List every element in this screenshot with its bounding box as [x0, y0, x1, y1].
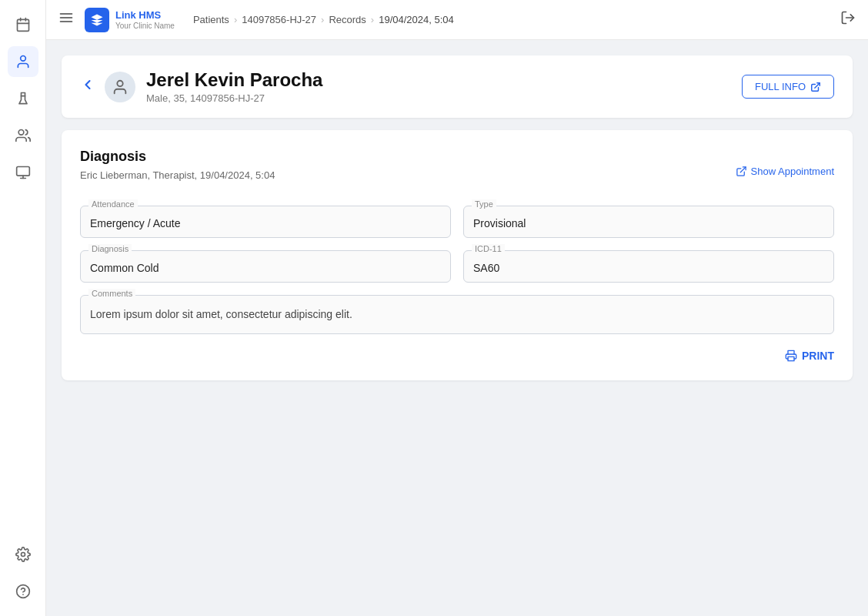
diagnosis-icd-row: Diagnosis Common Cold ICD-11 SA60 [80, 250, 834, 283]
icd-value: SA60 [473, 262, 824, 274]
sidebar-item-settings[interactable] [8, 539, 38, 570]
type-field: Type Provisional [463, 206, 834, 238]
clinic-name: Your Clinic Name [115, 22, 175, 30]
main-area: Link HMS Your Clinic Name Patients › 140… [46, 0, 868, 616]
sidebar-item-groups[interactable] [8, 120, 38, 151]
svg-rect-20 [788, 357, 794, 360]
logo-icon [85, 8, 109, 32]
menu-icon[interactable] [58, 10, 74, 29]
icd-label: ICD-11 [472, 244, 505, 253]
type-label: Type [472, 199, 496, 209]
logout-icon[interactable] [840, 10, 856, 29]
breadcrumb-sep-1: › [234, 14, 237, 25]
patient-name: Jerel Kevin Parocha [146, 69, 742, 91]
breadcrumb-sep-3: › [371, 14, 374, 25]
svg-line-19 [740, 166, 746, 172]
print-label: PRINT [802, 350, 834, 362]
topbar: Link HMS Your Clinic Name Patients › 140… [46, 0, 868, 40]
patient-info: Jerel Kevin Parocha Male, 35, 14097856-H… [146, 69, 742, 104]
type-value: Provisional [473, 217, 824, 229]
logo-text: Link HMS Your Clinic Name [115, 9, 175, 30]
breadcrumb: Patients › 14097856-HJ-27 › Records › 19… [193, 14, 454, 25]
sidebar [0, 0, 46, 616]
attendance-value: Emergency / Acute [90, 217, 441, 229]
breadcrumb-sep-2: › [321, 14, 324, 25]
patient-avatar [105, 72, 135, 102]
svg-rect-0 [17, 19, 28, 31]
breadcrumb-current: 19/04/2024, 5:04 [379, 14, 454, 25]
content-area: Jerel Kevin Parocha Male, 35, 14097856-H… [46, 40, 868, 616]
breadcrumb-records[interactable]: Records [329, 14, 366, 25]
svg-rect-7 [16, 167, 29, 176]
sidebar-item-billing[interactable] [8, 157, 38, 188]
comments-value: Lorem ipsum dolor sit amet, consectetur … [90, 306, 824, 323]
svg-point-10 [21, 553, 25, 557]
icd-field: ICD-11 SA60 [463, 250, 834, 283]
breadcrumb-patient-id[interactable]: 14097856-HJ-27 [242, 14, 316, 25]
full-info-label: FULL INFO [755, 81, 806, 92]
attendance-type-row: Attendance Emergency / Acute Type Provis… [80, 206, 834, 238]
card-header-row: Diagnosis Eric Lieberman, Therapist, 19/… [80, 149, 834, 193]
show-appointment-label: Show Appointment [751, 166, 834, 177]
print-button[interactable]: PRINT [785, 350, 834, 362]
back-button[interactable] [80, 77, 95, 96]
comments-field: Comments Lorem ipsum dolor sit amet, con… [80, 295, 834, 334]
breadcrumb-patients[interactable]: Patients [193, 14, 229, 25]
svg-point-6 [18, 130, 24, 136]
diagnosis-title: Diagnosis [80, 149, 275, 165]
diagnosis-value: Common Cold [90, 262, 441, 274]
comments-label: Comments [88, 289, 135, 298]
diagnosis-header-left: Diagnosis Eric Lieberman, Therapist, 19/… [80, 149, 275, 193]
sidebar-item-patients[interactable] [8, 46, 38, 77]
attendance-label: Attendance [88, 199, 138, 209]
svg-line-18 [815, 82, 820, 87]
logo: Link HMS Your Clinic Name [85, 8, 175, 32]
patient-meta: Male, 35, 14097856-HJ-27 [146, 92, 742, 104]
svg-point-17 [117, 80, 122, 85]
diagnosis-field: Diagnosis Common Cold [80, 250, 451, 283]
svg-point-4 [20, 56, 25, 62]
sidebar-item-calendar[interactable] [8, 9, 38, 40]
show-appointment-button[interactable]: Show Appointment [736, 166, 834, 177]
card-footer: PRINT [80, 350, 834, 362]
full-info-button[interactable]: FULL INFO [742, 75, 834, 99]
sidebar-item-lab[interactable] [8, 83, 38, 114]
diagnosis-card: Diagnosis Eric Lieberman, Therapist, 19/… [62, 130, 853, 380]
diagnosis-meta: Eric Lieberman, Therapist, 19/04/2024, 5… [80, 169, 275, 181]
app-name: Link HMS [115, 9, 175, 22]
attendance-field: Attendance Emergency / Acute [80, 206, 451, 238]
sidebar-item-help[interactable] [8, 576, 38, 607]
patient-header-card: Jerel Kevin Parocha Male, 35, 14097856-H… [62, 55, 853, 118]
diagnosis-label: Diagnosis [88, 244, 132, 253]
